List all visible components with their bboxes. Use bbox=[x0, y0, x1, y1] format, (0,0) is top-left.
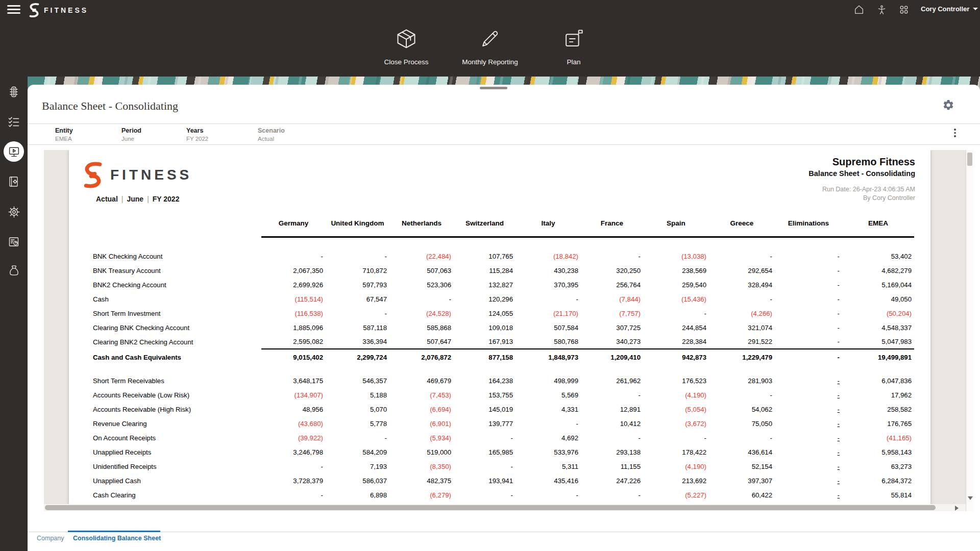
value-cell: - bbox=[326, 306, 389, 320]
elimination-drill-link[interactable]: - bbox=[775, 402, 842, 416]
horizontal-scrollbar-thumb[interactable] bbox=[45, 505, 936, 510]
value-cell: 370,395 bbox=[516, 278, 581, 292]
nav-item-close-process[interactable]: Close Process bbox=[373, 27, 439, 72]
value-cell: - bbox=[454, 431, 516, 445]
tab-company[interactable]: Company bbox=[37, 535, 64, 542]
value-cell: 5,047,983 bbox=[842, 335, 914, 349]
app-grid-icon[interactable] bbox=[897, 3, 911, 16]
context-year: FY 2022 bbox=[153, 195, 180, 203]
sidebar-item-checklist-icon[interactable] bbox=[4, 112, 24, 132]
value-cell: (134,907) bbox=[261, 388, 326, 402]
value-cell: (15,436) bbox=[643, 292, 709, 306]
report-page: FITNESS Actual|June|FY 2022 Supremo Fitn… bbox=[69, 150, 930, 511]
elimination-drill-link[interactable]: - bbox=[775, 373, 842, 388]
table-row: Clearing BNK2 Checking Account2,595,0823… bbox=[92, 335, 914, 349]
page-title: Balance Sheet - Consolidating bbox=[42, 99, 178, 113]
accessibility-icon[interactable] bbox=[875, 3, 888, 16]
table-row: Cash(115,514)67,547-120,296-(7,844)(15,4… bbox=[92, 292, 914, 306]
value-cell: 6,284,372 bbox=[842, 473, 914, 488]
value-cell: (3,672) bbox=[643, 416, 709, 431]
value-cell: 75,050 bbox=[709, 416, 775, 431]
sidebar-item-traffic-light-icon[interactable] bbox=[4, 82, 24, 102]
value-cell: 145,019 bbox=[454, 402, 516, 416]
report-viewport: FITNESS Actual|June|FY 2022 Supremo Fitn… bbox=[44, 150, 966, 511]
elimination-drill-link[interactable]: - bbox=[775, 473, 842, 488]
value-cell: 2,595,082 bbox=[261, 335, 326, 349]
pov-value: June bbox=[121, 136, 141, 142]
value-cell: 244,854 bbox=[643, 320, 709, 335]
scroll-down-arrow-icon[interactable] bbox=[968, 496, 973, 500]
table-row: Revenue Clearing(43,680)5,778(6,901)139,… bbox=[92, 416, 914, 431]
value-cell: (6,694) bbox=[389, 402, 454, 416]
table-row: Short Term Investment(116,538)-(24,528)1… bbox=[92, 306, 914, 320]
hamburger-menu-icon[interactable] bbox=[7, 5, 20, 15]
pov-value: Actual bbox=[258, 136, 285, 142]
sidebar-item-gear-icon[interactable] bbox=[4, 202, 24, 222]
row-label: Revenue Clearing bbox=[92, 416, 261, 431]
sidebar-item-report-chart-icon[interactable] bbox=[4, 232, 24, 252]
nav-item-monthly-reporting[interactable]: Monthly Reporting bbox=[457, 27, 523, 72]
page-settings-gear-icon[interactable] bbox=[942, 99, 955, 112]
value-cell: 942,873 bbox=[643, 349, 709, 365]
value-cell: 292,654 bbox=[709, 263, 775, 278]
table-row: BNK Checking Account--(22,484)107,765(18… bbox=[92, 249, 914, 263]
value-cell: 469,679 bbox=[389, 373, 454, 388]
row-label: Cash bbox=[92, 292, 261, 306]
vertical-scrollbar[interactable] bbox=[966, 150, 973, 511]
sidebar-item-monitor-play-icon[interactable] bbox=[4, 141, 24, 162]
table-total-row: Cash and Cash Equivalents9,015,4022,299,… bbox=[92, 349, 914, 365]
value-cell: - bbox=[516, 488, 581, 502]
nav-cards: Close Process Monthly Reporting bbox=[0, 27, 980, 72]
column-header: Spain bbox=[643, 213, 709, 237]
brand-logo: FITNESS bbox=[28, 2, 88, 19]
value-cell: 178,422 bbox=[643, 445, 709, 459]
report-table-wrap: GermanyUnited KingdomNetherlandsSwitzerl… bbox=[92, 213, 914, 502]
nav-item-plan[interactable]: Plan bbox=[541, 27, 607, 72]
table-row: Short Term Receivables3,648,175546,35746… bbox=[92, 373, 914, 388]
report-logo: FITNESS bbox=[82, 161, 192, 189]
context-pipe: | bbox=[143, 195, 153, 203]
column-header: Switzerland bbox=[454, 213, 516, 237]
value-cell: - bbox=[643, 431, 709, 445]
elimination-drill-link[interactable]: - bbox=[775, 388, 842, 402]
tabbar-separator bbox=[28, 532, 980, 532]
value-cell: (22,484) bbox=[389, 249, 454, 263]
elimination-drill-link[interactable]: - bbox=[775, 488, 842, 502]
vertical-scrollbar-thumb[interactable] bbox=[967, 153, 972, 166]
value-cell: 580,768 bbox=[516, 335, 581, 349]
value-cell: 228,384 bbox=[643, 335, 709, 349]
report-header-block: Supremo Fitness Balance Sheet - Consolid… bbox=[808, 156, 915, 202]
value-cell: 193,941 bbox=[454, 473, 516, 488]
value-cell: (39,922) bbox=[261, 431, 326, 445]
table-row: Accounts Receivable (High Risk)48,9565,0… bbox=[92, 402, 914, 416]
value-cell: (43,680) bbox=[261, 416, 326, 431]
elimination-drill-link[interactable]: - bbox=[775, 431, 842, 445]
report-context-line: Actual|June|FY 2022 bbox=[96, 195, 179, 203]
elimination-drill-link[interactable]: - bbox=[775, 445, 842, 459]
home-icon[interactable] bbox=[852, 3, 866, 16]
sidebar-item-document-settings-icon[interactable] bbox=[4, 171, 24, 192]
pov-overflow-menu-icon[interactable] bbox=[952, 129, 958, 139]
brand-swoosh-icon bbox=[28, 3, 41, 18]
horizontal-scrollbar[interactable] bbox=[44, 504, 966, 511]
elimination-drill-link[interactable]: - bbox=[775, 459, 842, 473]
value-cell: - bbox=[454, 488, 516, 502]
pov-scenario[interactable]: Scenario Actual bbox=[258, 127, 285, 142]
elimination-drill-link[interactable]: - bbox=[775, 416, 842, 431]
pov-label: Scenario bbox=[258, 127, 285, 134]
value-cell: 10,412 bbox=[581, 416, 643, 431]
value-cell: 328,494 bbox=[709, 278, 775, 292]
user-menu[interactable]: Cory Controller bbox=[921, 5, 978, 13]
panel-drag-handle[interactable] bbox=[480, 87, 507, 89]
table-row: Cash Clearing-6,898(6,279)---(5,227)60,4… bbox=[92, 488, 914, 502]
scroll-right-arrow-icon[interactable] bbox=[955, 506, 959, 511]
value-cell: 48,956 bbox=[261, 402, 326, 416]
sidebar-item-money-bag-icon[interactable] bbox=[4, 260, 24, 281]
tab-consolidating-balance-sheet[interactable]: Consolidating Balance Sheet bbox=[73, 535, 161, 542]
pov-period[interactable]: Period June bbox=[121, 127, 141, 142]
pov-entity[interactable]: Entity EMEA bbox=[55, 127, 73, 142]
pov-years[interactable]: Years FY 2022 bbox=[186, 127, 208, 142]
value-cell: 5,169,044 bbox=[842, 278, 914, 292]
row-label: Unapplied Receipts bbox=[92, 445, 261, 459]
value-cell: 256,764 bbox=[581, 278, 643, 292]
